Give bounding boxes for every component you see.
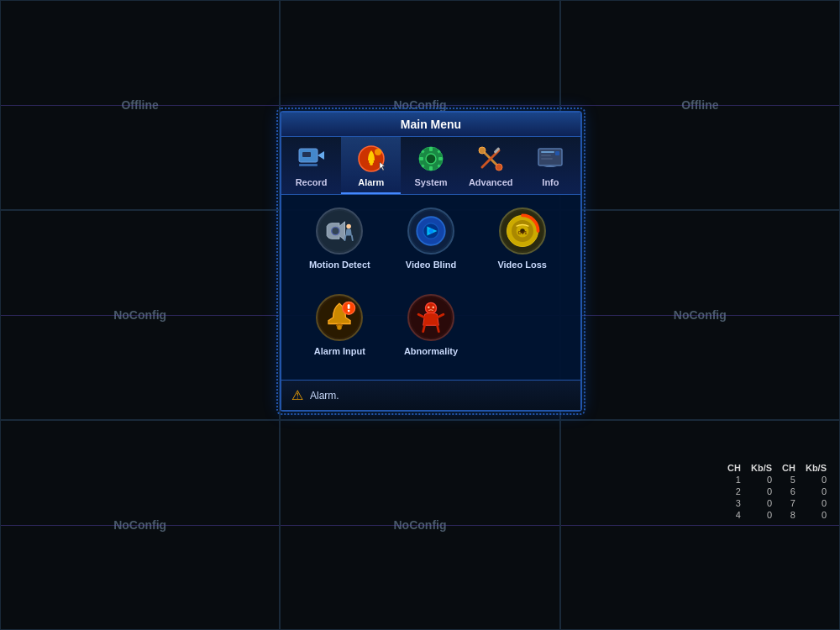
menu-content: Motion Detect Video Blind — [281, 195, 580, 380]
camera-label-4: NoConfig — [113, 308, 166, 322]
menu-item-video-loss[interactable]: CV1 Video Loss — [480, 207, 564, 281]
tab-advanced-label: Advanced — [469, 177, 513, 187]
status-text: Alarm. — [310, 390, 339, 402]
abnormality-icon — [407, 294, 454, 341]
stats-ch1-row4: 4 — [722, 509, 746, 521]
svg-rect-2 — [299, 164, 318, 166]
stats-header-ch2: CH — [777, 462, 801, 474]
svg-rect-11 — [429, 166, 433, 171]
svg-point-6 — [370, 162, 373, 165]
svg-point-47 — [348, 309, 350, 312]
stats-kbs1-row1: 0 — [746, 474, 777, 486]
stats-kbs1-row3: 0 — [746, 497, 777, 509]
svg-rect-27 — [555, 151, 559, 155]
svg-point-44 — [338, 325, 343, 330]
video-loss-label: Video Loss — [497, 260, 546, 270]
svg-point-30 — [347, 224, 352, 229]
stats-header-ch1: CH — [722, 462, 746, 474]
stats-kbs1-row2: 0 — [746, 486, 777, 497]
svg-rect-24 — [541, 151, 554, 153]
tab-alarm-label: Alarm — [358, 177, 384, 187]
stats-ch2-row1: 5 — [777, 474, 801, 486]
video-blind-icon — [407, 207, 454, 255]
stats-kbs2-row2: 0 — [801, 486, 832, 497]
svg-marker-1 — [318, 151, 324, 160]
video-loss-icon: CV1 — [499, 207, 546, 255]
menu-item-motion-detect[interactable]: Motion Detect — [298, 207, 381, 281]
camera-cell-9 — [560, 420, 840, 630]
svg-point-50 — [428, 306, 430, 308]
stats-kbs2-row4: 0 — [801, 509, 832, 521]
svg-rect-26 — [541, 158, 553, 160]
stats-kbs2-row3: 0 — [801, 497, 832, 509]
advanced-icon — [475, 144, 506, 174]
tab-system-label: System — [414, 177, 447, 187]
stats-kbs2-row1: 0 — [801, 474, 832, 486]
camera-cell-3: Offline — [560, 0, 840, 210]
tab-info-label: Info — [542, 177, 559, 187]
menu-item-video-blind[interactable]: Video Blind — [390, 207, 473, 281]
camera-cell-6: NoConfig — [560, 210, 840, 420]
tab-system[interactable]: System — [401, 137, 460, 194]
info-icon — [535, 144, 565, 174]
stats-panel: CH Kb/S CH Kb/S 1 0 5 0 2 0 6 0 3 0 7 0 … — [722, 462, 832, 521]
stats-ch1-row2: 2 — [722, 486, 746, 497]
svg-rect-10 — [429, 147, 433, 151]
main-menu: Main Menu Record — [280, 111, 582, 412]
camera-label-7: NoConfig — [113, 518, 166, 532]
stats-ch2-row3: 7 — [777, 497, 801, 509]
camera-label-1: Offline — [121, 98, 158, 112]
svg-point-7 — [375, 149, 381, 155]
stats-header-kbs2: Kb/S — [801, 462, 832, 474]
camera-label-8: NoConfig — [394, 518, 447, 532]
alarm-input-icon — [316, 294, 363, 341]
menu-item-abnormality[interactable]: Abnormality — [390, 294, 473, 368]
tab-record[interactable]: Record — [281, 137, 341, 194]
tab-alarm[interactable]: Alarm — [341, 137, 401, 194]
svg-rect-12 — [419, 157, 423, 160]
status-bar: ⚠ Alarm. — [281, 380, 580, 410]
svg-point-51 — [432, 306, 434, 308]
video-blind-label: Video Blind — [406, 260, 456, 270]
camera-cell-7: NoConfig — [0, 420, 280, 630]
svg-point-35 — [428, 228, 433, 234]
tab-advanced[interactable]: Advanced — [461, 137, 521, 194]
svg-point-21 — [496, 164, 502, 171]
menu-title-bar: Main Menu — [281, 113, 580, 137]
stats-ch2-row4: 8 — [777, 509, 801, 521]
menu-title: Main Menu — [401, 118, 461, 131]
alarm-tab-icon — [356, 144, 386, 174]
menu-item-alarm-input[interactable]: Alarm Input — [298, 294, 381, 368]
system-icon — [416, 144, 446, 174]
record-icon — [297, 144, 327, 174]
status-warning-icon: ⚠ — [291, 387, 303, 403]
svg-text:CV1: CV1 — [517, 230, 527, 235]
svg-point-49 — [425, 302, 436, 313]
camera-label-2: NoConfig — [394, 98, 447, 112]
svg-point-9 — [426, 154, 436, 164]
stats-ch1-row1: 1 — [722, 474, 746, 486]
stats-ch2-row2: 6 — [777, 486, 801, 497]
motion-detect-label: Motion Detect — [309, 260, 370, 270]
menu-tabs: Record Alarm — [281, 137, 580, 195]
stats-kbs1-row4: 0 — [746, 509, 777, 521]
camera-cell-1: Offline — [0, 0, 280, 210]
abnormality-label: Abnormality — [404, 346, 458, 356]
camera-cell-8: NoConfig — [280, 420, 559, 630]
stats-header-kbs1: Kb/S — [746, 462, 777, 474]
svg-point-20 — [479, 147, 486, 154]
camera-label-6: NoConfig — [674, 308, 727, 322]
stats-ch1-row3: 3 — [722, 497, 746, 509]
tab-info[interactable]: Info — [521, 137, 580, 194]
svg-rect-13 — [438, 157, 443, 160]
svg-point-29 — [332, 227, 339, 234]
alarm-input-label: Alarm Input — [314, 346, 365, 356]
camera-cell-4: NoConfig — [0, 210, 280, 420]
tab-record-label: Record — [296, 177, 328, 187]
camera-label-3: Offline — [681, 98, 718, 112]
svg-rect-46 — [348, 304, 350, 309]
svg-rect-3 — [302, 152, 311, 157]
svg-rect-25 — [541, 155, 551, 156]
motion-detect-icon — [316, 207, 363, 255]
